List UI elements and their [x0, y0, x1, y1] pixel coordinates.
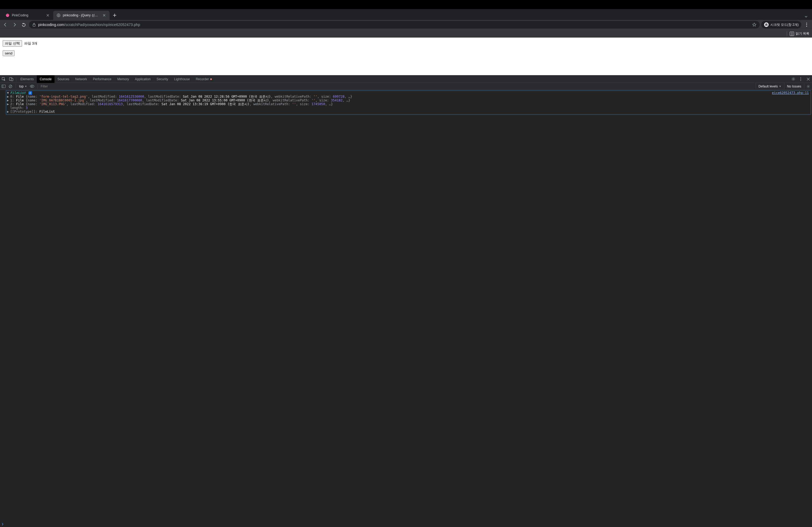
forward-button[interactable] [11, 21, 18, 28]
recorder-badge-icon [210, 78, 212, 80]
disclosure-triangle-icon[interactable]: ▶ [7, 110, 10, 114]
prototype-value: FileList [39, 110, 55, 114]
disclosure-triangle-icon[interactable]: ▶ [7, 99, 10, 102]
svg-point-16 [800, 79, 801, 79]
close-icon[interactable] [46, 13, 50, 17]
back-button[interactable] [2, 21, 9, 28]
tab-memory[interactable]: Memory [114, 75, 132, 83]
devtools-close-icon[interactable] [804, 75, 812, 83]
file-entry-row[interactable]: ▶2: File {name: 'IMG_0113.PNG', lastModi… [7, 102, 810, 106]
chevron-down-icon: ▼ [25, 85, 27, 88]
levels-label: Default levels [758, 85, 778, 88]
tab-application[interactable]: Application [132, 75, 154, 83]
divider [16, 77, 16, 81]
incognito-chip[interactable]: 시크릿 모드(창 2개) [761, 21, 801, 28]
console-toolbar: top ▼ Default levels ▼ No Issues [0, 83, 812, 90]
live-expression-icon[interactable] [29, 83, 36, 90]
browser-tab-active[interactable]: pinkcoding - jQuery 선택한 파일 [53, 11, 110, 20]
send-button[interactable]: send [3, 50, 14, 56]
reload-button[interactable] [20, 21, 27, 28]
browser-tab[interactable]: PinkCoding [2, 11, 53, 20]
context-label: top [19, 85, 24, 88]
lock-icon [32, 23, 36, 27]
svg-point-20 [31, 86, 32, 87]
console-sidebar-toggle-icon[interactable] [0, 83, 7, 90]
incognito-icon [764, 22, 769, 27]
svg-point-2 [8, 15, 8, 15]
browser-tab-strip: PinkCoding pinkcoding - jQuery 선택한 파일 [0, 9, 812, 20]
reading-list-button[interactable]: 읽기 목록 [790, 31, 809, 36]
favicon-pink-icon [5, 13, 10, 17]
console-output[interactable]: eice62052473.php:11 ▼FileList i ▶0: File… [0, 90, 812, 521]
svg-point-9 [806, 24, 807, 25]
issues-label: No Issues [787, 85, 801, 88]
devtools-menu-icon[interactable] [797, 75, 804, 83]
disclosure-triangle-icon[interactable]: ▼ [7, 91, 10, 95]
bookmark-star-icon[interactable] [752, 22, 756, 27]
log-levels-selector[interactable]: Default levels ▼ [756, 83, 784, 90]
console-prompt[interactable]: ❯ [0, 521, 812, 527]
clear-console-icon[interactable] [7, 83, 14, 90]
disclosure-triangle-icon[interactable]: ▶ [7, 95, 10, 99]
svg-point-1 [7, 15, 7, 15]
object-type: FileList [10, 91, 26, 95]
browser-toolbar: pinkcoding.com/scratchPad/yowashion/np/e… [0, 20, 812, 30]
console-settings-icon[interactable] [804, 83, 812, 90]
tab-recorder[interactable]: Recorder [193, 75, 215, 83]
tab-network[interactable]: Network [72, 75, 90, 83]
tab-elements[interactable]: Elements [17, 75, 37, 83]
tab-title: PinkCoding [12, 13, 44, 17]
issues-chip[interactable]: No Issues [784, 83, 804, 90]
reading-list-icon [790, 32, 794, 36]
svg-rect-18 [2, 85, 5, 88]
devtools-settings-icon[interactable] [789, 75, 797, 83]
file-entry-row[interactable]: ▶1: File {name: 'IMG_0A7B1B8C0005-1.jpg'… [7, 99, 810, 102]
object-header-row[interactable]: ▼FileList i [7, 91, 810, 95]
info-icon[interactable]: i [28, 91, 32, 95]
file-select-button[interactable]: 파일 선택 [3, 40, 22, 47]
browser-menu-button[interactable] [803, 21, 810, 28]
console-input[interactable] [5, 522, 810, 526]
svg-rect-4 [33, 25, 35, 26]
macos-titlebar-gap [0, 0, 812, 9]
devtools-tabbar: Elements Console Sources Network Perform… [0, 75, 812, 83]
length-value: 3 [26, 106, 28, 110]
disclosure-triangle-icon[interactable]: ▶ [7, 102, 10, 106]
file-input-row: 파일 선택 파일 3개 [3, 40, 809, 47]
prototype-row[interactable]: ▶[[Prototype]]: FileList [7, 110, 810, 114]
tab-performance[interactable]: Performance [90, 75, 114, 83]
tab-title: pinkcoding - jQuery 선택한 파일 [63, 13, 100, 18]
svg-point-8 [806, 22, 807, 23]
svg-point-17 [800, 80, 801, 81]
tab-lighthouse[interactable]: Lighthouse [171, 75, 193, 83]
reading-list-label: 읽기 목록 [796, 31, 809, 36]
file-entry-row[interactable]: ▶0: File {name: 'form-input-tel-tag2.png… [7, 95, 810, 99]
new-tab-button[interactable] [111, 11, 119, 19]
device-toggle-icon[interactable] [8, 75, 15, 83]
console-log-entry: eice62052473.php:11 ▼FileList i ▶0: File… [6, 90, 811, 115]
tab-list-button[interactable] [803, 13, 809, 20]
source-link[interactable]: eice62052473.php:11 [772, 91, 809, 95]
svg-point-15 [800, 77, 801, 78]
inspect-element-icon[interactable] [0, 75, 8, 83]
file-status-text: 파일 3개 [23, 41, 38, 46]
tab-security[interactable]: Security [154, 75, 171, 83]
divider [37, 84, 38, 89]
divider [787, 31, 787, 36]
close-icon[interactable] [102, 13, 106, 17]
devtools: Elements Console Sources Network Perform… [0, 75, 812, 527]
svg-point-5 [764, 22, 768, 27]
tab-sources[interactable]: Sources [55, 75, 72, 83]
length-row[interactable]: length: 3 [7, 106, 810, 110]
execution-context-selector[interactable]: top ▼ [17, 85, 29, 88]
tab-console[interactable]: Console [37, 75, 55, 83]
favicon-globe-icon [56, 13, 61, 17]
chevron-down-icon: ▼ [779, 85, 781, 88]
svg-point-14 [793, 78, 794, 79]
url-host: pinkcoding.com [38, 22, 64, 27]
svg-point-21 [808, 86, 809, 87]
address-bar[interactable]: pinkcoding.com/scratchPad/yowashion/np/e… [29, 21, 760, 28]
page-viewport: 파일 선택 파일 3개 send [0, 37, 812, 75]
svg-rect-13 [11, 78, 13, 81]
console-filter-input[interactable] [39, 83, 756, 90]
